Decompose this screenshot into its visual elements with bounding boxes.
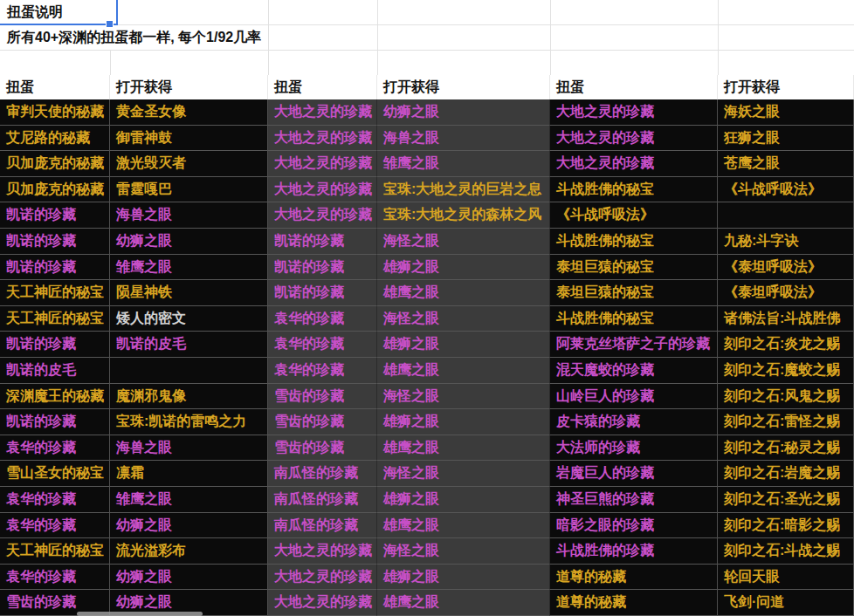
cell[interactable]: 御雷神鼓: [110, 126, 268, 152]
cell[interactable]: 幼狮之眼: [110, 565, 268, 591]
cell[interactable]: 刻印之石:圣光之赐: [718, 487, 854, 513]
cell[interactable]: 大地之灵的珍藏: [550, 126, 718, 152]
cell[interactable]: 凛霜: [110, 461, 268, 487]
cell[interactable]: 大地之灵的珍藏: [550, 151, 718, 177]
column-header-gacha-2[interactable]: 扭蛋: [268, 75, 377, 99]
cell[interactable]: 凯诺的珍藏: [0, 202, 110, 229]
cell[interactable]: 凯诺的珍藏: [0, 332, 110, 358]
cell[interactable]: 刻印之石:暗影之赐: [718, 513, 854, 539]
cell[interactable]: 袁华的珍藏: [268, 332, 377, 358]
cell[interactable]: 幼狮之眼: [110, 513, 268, 539]
cell[interactable]: 雏鹰之眼: [377, 151, 550, 177]
cell[interactable]: 斗战胜佛的秘宝: [550, 229, 718, 255]
cell[interactable]: 流光溢彩布: [110, 538, 268, 565]
cell[interactable]: 大地之灵的珍藏: [268, 126, 377, 152]
cell[interactable]: 山岭巨人的珍藏: [550, 384, 718, 410]
cell[interactable]: 黄金圣女像: [110, 99, 268, 126]
cell[interactable]: 海兽之眼: [110, 435, 268, 462]
cell[interactable]: 南瓜怪的珍藏: [268, 461, 377, 487]
cell[interactable]: 海怪之眼: [377, 538, 550, 565]
cell[interactable]: 雪齿的珍藏: [268, 435, 377, 462]
cell[interactable]: 刻印之石:炎龙之赐: [718, 332, 854, 358]
cell[interactable]: [718, 202, 854, 229]
cell[interactable]: 贝加庞克的秘藏: [0, 177, 110, 203]
cell[interactable]: 大地之灵的珍藏: [268, 177, 377, 203]
cell[interactable]: 刻印之石:岩魔之赐: [718, 461, 854, 487]
cell[interactable]: 大地之灵的珍藏: [268, 99, 377, 126]
cell[interactable]: 陨星神铁: [110, 280, 268, 306]
cell[interactable]: 大地之灵的珍藏: [268, 565, 377, 591]
cell[interactable]: 宝珠:大地之灵的巨岩之息: [377, 177, 550, 203]
cell[interactable]: 神圣巨熊的珍藏: [550, 487, 718, 513]
cell[interactable]: 凯诺的珍藏: [0, 255, 110, 281]
cell[interactable]: 大地之灵的珍藏: [268, 538, 377, 565]
cell[interactable]: 雪齿的珍藏: [268, 384, 377, 410]
cell[interactable]: 凯诺的皮毛: [110, 332, 268, 358]
cell[interactable]: 海兽之眼: [377, 126, 550, 152]
cell[interactable]: [110, 358, 268, 384]
cell[interactable]: 《泰坦呼吸法》: [718, 255, 854, 281]
cell[interactable]: 幼狮之眼: [110, 229, 268, 255]
cell[interactable]: 皮卡猿的珍藏: [550, 409, 718, 435]
cell[interactable]: 深渊魔王的秘藏: [0, 384, 110, 410]
cell[interactable]: 袁华的珍藏: [0, 487, 110, 513]
cell[interactable]: 宝珠:凯诺的雷鸣之力: [110, 409, 268, 435]
cell[interactable]: 宝珠:大地之灵的森林之风: [377, 202, 550, 229]
cell[interactable]: 《泰坦呼吸法》: [718, 280, 854, 306]
cell[interactable]: 岩魔巨人的珍藏: [550, 461, 718, 487]
cell[interactable]: 大地之灵的珍藏: [550, 99, 718, 126]
cell[interactable]: 袁华的珍藏: [268, 306, 377, 332]
cell[interactable]: 海怪之眼: [377, 306, 550, 332]
cell[interactable]: 斗战胜佛的秘宝: [550, 306, 718, 332]
cell[interactable]: 海妖之眼: [718, 99, 854, 126]
cell[interactable]: 阿莱克丝塔萨之子的珍藏: [550, 332, 718, 358]
cell[interactable]: 雄鹰之眼: [377, 358, 550, 384]
cell[interactable]: 雄狮之眼: [377, 409, 550, 435]
cell[interactable]: 雄狮之眼: [377, 487, 550, 513]
cell[interactable]: 南瓜怪的珍藏: [268, 487, 377, 513]
fill-handle[interactable]: [106, 20, 114, 28]
cell[interactable]: 雄狮之眼: [377, 255, 550, 281]
cell[interactable]: 轮回天眼: [718, 565, 854, 591]
cell[interactable]: 雪山圣女的秘宝: [0, 461, 110, 487]
cell[interactable]: 大地之灵的珍藏: [268, 151, 377, 177]
cell[interactable]: 泰坦巨猿的秘宝: [550, 280, 718, 306]
cell[interactable]: 雄狮之眼: [377, 332, 550, 358]
cell[interactable]: 混天魔蛟的珍藏: [550, 358, 718, 384]
column-header-reward-3[interactable]: 打开获得: [718, 75, 854, 99]
column-header-reward-2[interactable]: 打开获得: [377, 75, 550, 99]
cell[interactable]: 凯诺的珍藏: [268, 255, 377, 281]
cell[interactable]: 海怪之眼: [377, 384, 550, 410]
cell[interactable]: 艾尼路的秘藏: [0, 126, 110, 152]
cell[interactable]: 刻印之石:风鬼之赐: [718, 384, 854, 410]
cell[interactable]: 激光毁灭者: [110, 151, 268, 177]
column-header-gacha-3[interactable]: 扭蛋: [550, 75, 718, 99]
cell[interactable]: 雷霆嘎巴: [110, 177, 268, 203]
cell[interactable]: 天工神匠的秘宝: [0, 306, 110, 332]
cell[interactable]: 雄鹰之眼: [377, 590, 550, 616]
horizontal-scrollbar-thumb[interactable]: [77, 612, 203, 616]
column-header-gacha-1[interactable]: 扭蛋: [0, 75, 110, 99]
cell[interactable]: 刻印之石:雷怪之赐: [718, 409, 854, 435]
cell[interactable]: 飞剑·问道: [718, 590, 854, 616]
cell[interactable]: 雄鹰之眼: [377, 280, 550, 306]
cell[interactable]: 斗战胜佛的秘宝: [550, 177, 718, 203]
cell[interactable]: 海怪之眼: [377, 461, 550, 487]
cell[interactable]: 幼狮之眼: [377, 99, 550, 126]
cell[interactable]: 大法师的珍藏: [550, 435, 718, 462]
cell[interactable]: 大地之灵的珍藏: [268, 202, 377, 229]
cell[interactable]: 刻印之石:斗战之赐: [718, 538, 854, 565]
cell[interactable]: 雪齿的珍藏: [268, 409, 377, 435]
cell[interactable]: 苍鹰之眼: [718, 151, 854, 177]
cell[interactable]: 大地之灵的珍藏: [268, 590, 377, 616]
cell[interactable]: 雄鹰之眼: [377, 513, 550, 539]
cell[interactable]: 诸佛法旨:斗战胜佛: [718, 306, 854, 332]
cell[interactable]: 海怪之眼: [377, 229, 550, 255]
note-cell[interactable]: 所有40+深渊的扭蛋都一样, 每个1/92几率: [0, 25, 261, 50]
cell[interactable]: 刻印之石:秘灵之赐: [718, 435, 854, 462]
cell[interactable]: 《斗战呼吸法》: [718, 177, 854, 203]
cell[interactable]: 雏鹰之眼: [110, 255, 268, 281]
cell[interactable]: 泰坦巨猿的秘宝: [550, 255, 718, 281]
cell[interactable]: 道尊的秘藏: [550, 590, 718, 616]
cell[interactable]: 凯诺的珍藏: [268, 280, 377, 306]
